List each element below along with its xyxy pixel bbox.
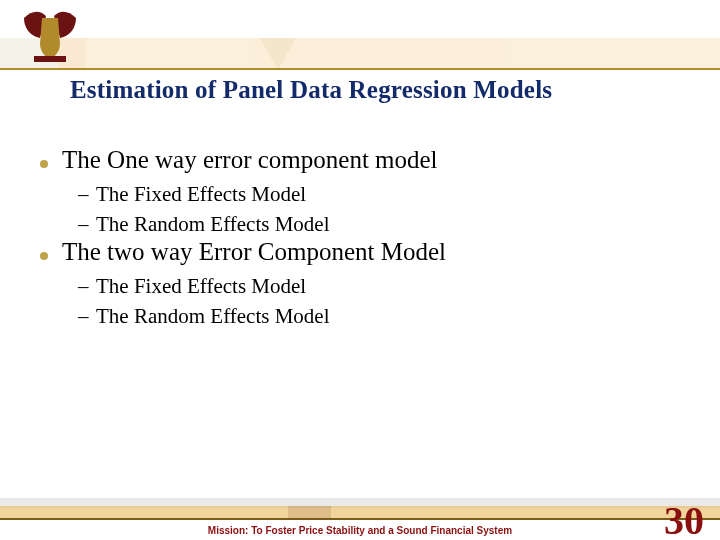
bottom-accent-band: [0, 506, 720, 518]
sublist: – The Fixed Effects Model – The Random E…: [78, 272, 680, 330]
list-item: – The Random Effects Model: [78, 210, 680, 238]
bullet-dot-icon: [40, 252, 48, 260]
mission-text: Mission: To Foster Price Stability and a…: [0, 525, 720, 536]
svg-rect-0: [34, 56, 66, 62]
slide-body: The One way error component model – The …: [40, 146, 680, 330]
bullet-dot-icon: [40, 160, 48, 168]
crest-logo: [18, 4, 82, 68]
sub-bullet-text: The Random Effects Model: [96, 210, 329, 238]
sublist: – The Fixed Effects Model – The Random E…: [78, 180, 680, 238]
list-item: – The Random Effects Model: [78, 302, 680, 330]
top-divider-line: [0, 68, 720, 70]
dash-icon: –: [78, 302, 90, 330]
dash-icon: –: [78, 210, 90, 238]
list-item: The two way Error Component Model: [40, 238, 680, 266]
bullet-text: The One way error component model: [62, 146, 438, 174]
slide: Estimation of Panel Data Regression Mode…: [0, 0, 720, 540]
sub-bullet-text: The Fixed Effects Model: [96, 180, 306, 208]
dash-icon: –: [78, 180, 90, 208]
crest-icon: [18, 4, 82, 68]
list-item: The One way error component model: [40, 146, 680, 174]
top-stripe-bg: [0, 0, 720, 38]
list-item: – The Fixed Effects Model: [78, 272, 680, 300]
page-number: 30: [664, 497, 704, 540]
slide-title: Estimation of Panel Data Regression Mode…: [70, 76, 680, 104]
top-accent-band: [0, 38, 720, 70]
dash-icon: –: [78, 272, 90, 300]
top-bar: [0, 0, 720, 72]
bottom-divider-line: [0, 518, 720, 520]
sub-bullet-text: The Fixed Effects Model: [96, 272, 306, 300]
bullet-text: The two way Error Component Model: [62, 238, 446, 266]
sub-bullet-text: The Random Effects Model: [96, 302, 329, 330]
bottom-bar: Mission: To Foster Price Stability and a…: [0, 492, 720, 540]
list-item: – The Fixed Effects Model: [78, 180, 680, 208]
